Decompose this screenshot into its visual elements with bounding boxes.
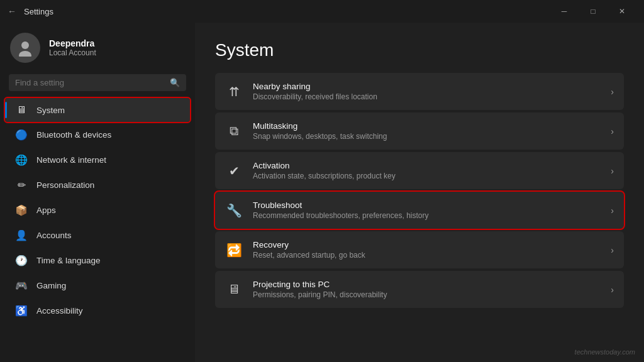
accounts-icon: 👤 — [15, 229, 28, 241]
sidebar-item-network[interactable]: 🌐 Network & internet — [5, 148, 190, 172]
sidebar-item-accounts[interactable]: 👤 Accounts — [5, 223, 190, 248]
avatar — [10, 33, 40, 63]
settings-item-desc: Snap windows, desktops, task switching — [253, 132, 601, 141]
search-box[interactable]: 🔍 — [9, 74, 186, 91]
settings-item-desc: Reset, advanced startup, go back — [253, 251, 601, 260]
settings-item-label: Troubleshoot — [253, 200, 601, 210]
app-body: Deependra Local Account 🔍 🖥 System 🔵 Blu… — [0, 23, 644, 362]
projecting-icon: 🖥 — [225, 282, 243, 297]
apps-icon: 📦 — [15, 204, 28, 216]
troubleshoot-icon: 🔧 — [225, 203, 243, 218]
settings-list: ⇈ Nearby sharing Discoverability, receiv… — [215, 73, 624, 308]
chevron-right-icon: › — [611, 245, 614, 255]
page-title: System — [215, 40, 624, 60]
settings-item-label: Recovery — [253, 240, 601, 250]
settings-item-text: Activation Activation state, subscriptio… — [253, 161, 601, 180]
main-content: System ⇈ Nearby sharing Discoverability,… — [195, 23, 644, 362]
sidebar-item-label: Network & internet — [36, 155, 106, 165]
sidebar-item-gaming[interactable]: 🎮 Gaming — [5, 273, 190, 298]
settings-item-projecting[interactable]: 🖥 Projecting to this PC Permissions, pai… — [215, 271, 624, 308]
maximize-button[interactable]: □ — [579, 0, 608, 23]
sidebar-item-time[interactable]: 🕐 Time & language — [5, 248, 190, 273]
settings-item-text: Recovery Reset, advanced startup, go bac… — [253, 240, 601, 260]
settings-item-desc: Permissions, pairing PIN, discoverabilit… — [253, 290, 601, 299]
chevron-right-icon: › — [611, 166, 614, 176]
user-info: Deependra Local Account — [49, 38, 96, 57]
nearby-sharing-icon: ⇈ — [225, 84, 243, 99]
search-icon: 🔍 — [170, 78, 180, 87]
system-icon: 🖥 — [15, 104, 28, 116]
sidebar-item-label: Accounts — [36, 231, 72, 240]
settings-item-desc: Recommended troubleshooters, preferences… — [253, 211, 601, 220]
search-input[interactable] — [15, 78, 165, 87]
bluetooth-icon: 🔵 — [15, 129, 28, 141]
settings-item-desc: Discoverability, received files location — [253, 92, 601, 101]
titlebar: ← Settings ─ □ ✕ — [0, 0, 644, 23]
settings-item-troubleshoot[interactable]: 🔧 Troubleshoot Recommended troubleshoote… — [215, 192, 624, 229]
user-section[interactable]: Deependra Local Account — [0, 23, 195, 70]
settings-item-label: Nearby sharing — [253, 82, 601, 91]
settings-item-label: Projecting to this PC — [253, 280, 601, 289]
sidebar-item-system[interactable]: 🖥 System — [5, 98, 190, 122]
sidebar: Deependra Local Account 🔍 🖥 System 🔵 Blu… — [0, 23, 195, 362]
settings-item-multitasking[interactable]: ⧉ Multitasking Snap windows, desktops, t… — [215, 112, 624, 150]
personalization-icon: ✏ — [15, 179, 28, 191]
watermark: technewstoday.com — [575, 348, 635, 356]
svg-point-1 — [19, 51, 31, 57]
gaming-icon: 🎮 — [15, 280, 28, 292]
time-icon: 🕐 — [15, 255, 28, 266]
settings-item-text: Projecting to this PC Permissions, pairi… — [253, 280, 601, 299]
nav-list: 🖥 System 🔵 Bluetooth & devices 🌐 Network… — [0, 97, 195, 324]
sidebar-item-accessibility[interactable]: ♿ Accessibility — [5, 299, 190, 323]
settings-item-text: Nearby sharing Discoverability, received… — [253, 82, 601, 101]
chevron-right-icon: › — [611, 285, 614, 295]
settings-item-desc: Activation state, subscriptions, product… — [253, 172, 601, 180]
settings-item-recovery[interactable]: 🔁 Recovery Reset, advanced startup, go b… — [215, 231, 624, 268]
user-name: Deependra — [49, 38, 96, 48]
window-controls: ─ □ ✕ — [550, 0, 636, 23]
chevron-right-icon: › — [611, 87, 614, 97]
settings-item-label: Activation — [253, 161, 601, 170]
sidebar-item-label: System — [36, 106, 65, 115]
sidebar-item-label: Apps — [36, 206, 56, 215]
user-type: Local Account — [49, 48, 96, 57]
sidebar-item-bluetooth[interactable]: 🔵 Bluetooth & devices — [5, 123, 190, 147]
svg-point-0 — [21, 41, 29, 49]
sidebar-item-apps[interactable]: 📦 Apps — [5, 198, 190, 222]
close-button[interactable]: ✕ — [608, 0, 636, 23]
sidebar-item-label: Gaming — [36, 281, 66, 290]
settings-item-activation[interactable]: ✔ Activation Activation state, subscript… — [215, 152, 624, 189]
sidebar-item-label: Bluetooth & devices — [36, 130, 111, 140]
back-button[interactable]: ← — [8, 6, 16, 16]
settings-item-label: Multitasking — [253, 121, 601, 131]
sidebar-item-label: Time & language — [36, 256, 101, 265]
sidebar-item-label: Personalization — [36, 180, 94, 190]
multitasking-icon: ⧉ — [225, 124, 243, 138]
settings-item-text: Troubleshoot Recommended troubleshooters… — [253, 200, 601, 220]
activation-icon: ✔ — [225, 163, 243, 178]
accessibility-icon: ♿ — [15, 305, 28, 317]
settings-item-nearby-sharing[interactable]: ⇈ Nearby sharing Discoverability, receiv… — [215, 73, 624, 110]
recovery-icon: 🔁 — [225, 243, 243, 258]
minimize-button[interactable]: ─ — [550, 0, 579, 23]
settings-item-text: Multitasking Snap windows, desktops, tas… — [253, 121, 601, 141]
app-title: Settings — [24, 7, 550, 16]
network-icon: 🌐 — [15, 154, 28, 166]
sidebar-item-label: Accessibility — [36, 306, 83, 315]
chevron-right-icon: › — [611, 126, 614, 136]
chevron-right-icon: › — [611, 206, 614, 216]
sidebar-item-personalization[interactable]: ✏ Personalization — [5, 173, 190, 197]
